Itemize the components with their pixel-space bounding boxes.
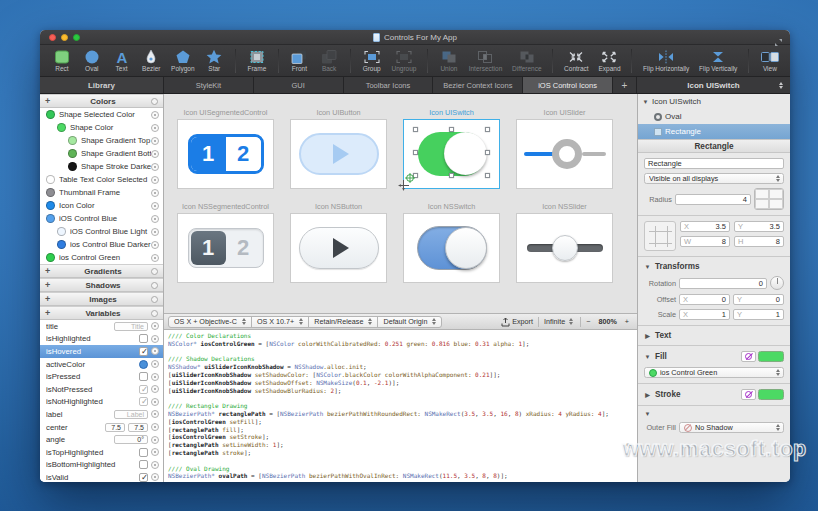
variable-checkbox[interactable] [139,385,148,394]
artboard-icon-nssegmentedcontrol[interactable]: Icon NSSegmentedControl12 [177,202,274,283]
target-icon[interactable] [151,189,159,197]
variable-row-isnothighlighted[interactable]: isNotHighlighted [40,396,163,409]
tool-contract[interactable]: Contract [562,46,591,76]
tool-back[interactable]: Back [317,46,341,76]
corner-radius-grid[interactable] [754,188,784,210]
target-icon[interactable] [151,202,159,210]
variable-row-ishovered[interactable]: isHovered [40,345,163,358]
color-item-ios-control-blue-darker[interactable]: ios Control Blue Darker [40,238,163,251]
radius-field[interactable]: 4 [675,194,751,205]
add-icon[interactable]: + [45,294,55,304]
tool-difference[interactable]: Difference [510,46,544,76]
anchor-grid-widget[interactable] [644,221,676,251]
variable-field[interactable]: 0° [114,435,148,444]
selection-handle[interactable] [413,127,418,132]
target-icon[interactable] [151,398,159,406]
target-icon[interactable] [151,448,159,456]
target-icon[interactable] [151,373,159,381]
width-field[interactable]: W 8 [680,236,730,247]
color-item-ios-control-green[interactable]: ios Control Green [40,251,163,264]
target-icon[interactable] [151,150,159,158]
variable-row-activecolor[interactable]: activeColor [40,358,163,371]
target-icon[interactable] [151,335,159,343]
artboard-surface[interactable]: 12 [177,213,274,283]
fill-color-swatch[interactable] [758,351,784,362]
add-icon[interactable]: + [45,308,55,318]
fill-section-header[interactable]: ▼ Fill [644,351,784,362]
target-icon[interactable] [151,254,159,262]
target-icon[interactable] [151,111,159,119]
fill-toggle[interactable] [741,351,784,362]
target-icon[interactable] [151,436,159,444]
target-icon[interactable] [151,176,159,184]
add-icon[interactable]: + [45,280,55,290]
section-circle-icon[interactable] [151,310,158,317]
shadows-section-header[interactable]: ▼ [644,411,784,417]
variable-field[interactable]: Title [114,322,148,331]
add-icon[interactable]: + [45,96,55,106]
target-icon[interactable] [151,137,159,145]
color-item-thumbnail-frame[interactable]: Thumbnail Frame [40,186,163,199]
tool-oval[interactable]: Oval [80,46,104,76]
tool-flip-vertically[interactable]: Flip Vertically [697,46,739,76]
tool-text[interactable]: AText [110,46,134,76]
zoom-in-button[interactable]: + [621,316,633,328]
inspector-header-stepper-icon[interactable] [777,82,785,89]
variable-row-isnotpressed[interactable]: isNotPressed [40,383,163,396]
infinite-dropdown[interactable]: Infinite [540,316,579,328]
target-icon[interactable] [151,385,159,393]
artboard-surface[interactable] [403,119,500,189]
fill-color-select[interactable]: ios Control Green [644,367,784,378]
target-icon[interactable] [151,360,159,368]
scale-x-field[interactable]: X 1 [679,309,730,320]
tab-bezier-context-icons[interactable]: Bezier Context Icons [433,77,523,93]
section-header-variables[interactable]: +Variables [40,306,163,320]
code-dropdown-default-origin[interactable]: Default Origin [377,316,442,328]
add-tab-button[interactable]: + [613,77,637,93]
artboard-surface[interactable]: 12 [177,119,274,189]
target-icon[interactable] [151,228,159,236]
section-circle-icon[interactable] [151,268,158,275]
artboard-icon-nsbutton[interactable]: Icon NSButton [290,202,387,283]
variable-field[interactable]: Label [114,410,148,419]
tool-flip-horizontally[interactable]: Flip Horizontally [641,46,691,76]
tab-toolbar-icons[interactable]: Toolbar Icons [344,77,434,93]
target-icon[interactable] [151,461,159,469]
variable-row-title[interactable]: titleTitle [40,320,163,333]
target-icon[interactable] [151,423,159,431]
inspector-header[interactable]: Icon UISwitch [637,77,790,93]
artboard-surface[interactable] [290,119,387,189]
section-circle-icon[interactable] [151,282,158,289]
tool-union[interactable]: Union [437,46,461,76]
tool-front[interactable]: Front [287,46,311,76]
text-section-header[interactable]: ▶ Text [644,331,784,340]
tab-stylekit[interactable]: StyleKit [164,77,254,93]
color-item-shape-selected-color[interactable]: Shape Selected Color [40,108,163,121]
variable-checkbox[interactable] [139,460,148,469]
tool-polygon[interactable]: Polygon [169,46,197,76]
target-icon[interactable] [151,241,159,249]
tool-bezier[interactable]: Bezier [139,46,163,76]
canvas[interactable]: Icon UISegmentedControl12Icon UIButtonIc… [164,94,637,313]
scale-y-field[interactable]: Y 1 [733,309,784,320]
color-item-ios-control-blue-light[interactable]: iOS Control Blue Light [40,225,163,238]
color-item-shape-color[interactable]: Shape Color [40,121,163,134]
code-area[interactable]: ✎ //// Color DeclarationsNSColor* iosCon… [164,330,637,482]
tool-ungroup[interactable]: Ungroup [389,46,418,76]
layer-row-rectangle[interactable]: Rectangle [638,124,790,139]
variable-field[interactable]: 7.5 [105,423,125,432]
tool-star[interactable]: Star [202,46,226,76]
variable-checkbox[interactable] [139,448,148,457]
artboard-icon-uislider[interactable]: Icon UISlider [516,108,613,189]
variable-row-isbottomhighlighted[interactable]: isBottomHighlighted [40,459,163,472]
variable-checkbox[interactable] [139,473,148,482]
color-item-shape-gradient-bottom[interactable]: Shape Gradient Bottom [40,147,163,160]
code-dropdown-retain-release[interactable]: Retain/Release [308,316,378,328]
stroke-toggle[interactable] [741,389,784,400]
color-item-shape-gradient-top[interactable]: Shape Gradient Top [40,134,163,147]
variable-checkbox[interactable] [139,397,148,406]
rotation-field[interactable]: 0 [679,278,767,289]
tool-intersection[interactable]: Intersection [467,46,505,76]
artboard-icon-uibutton[interactable]: Icon UIButton [290,108,387,189]
tab-ios-control-icons[interactable]: iOS Control Icons [523,77,613,93]
